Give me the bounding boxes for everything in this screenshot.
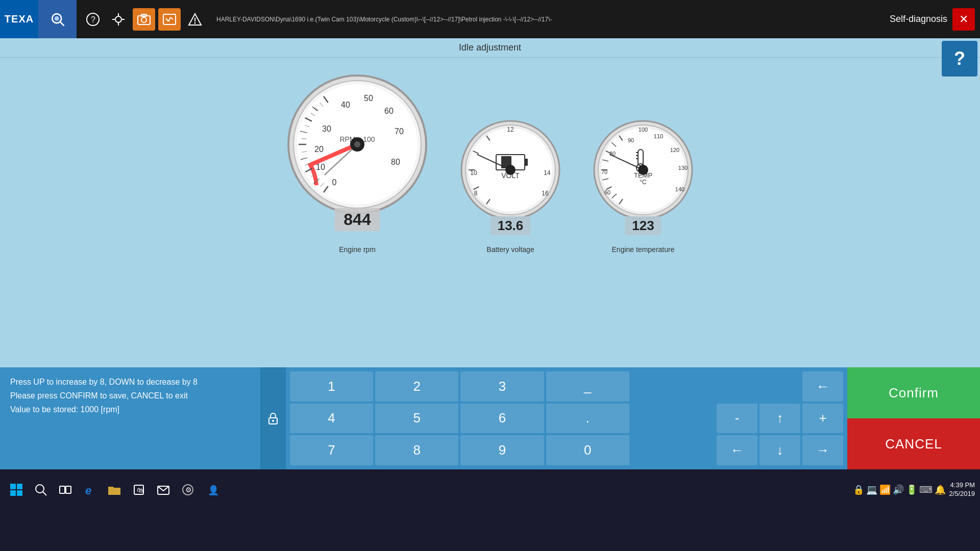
- svg-text:50: 50: [364, 94, 373, 103]
- page-title: Idle adjustment: [0, 38, 980, 58]
- search-button[interactable]: [38, 0, 77, 38]
- svg-text:70: 70: [601, 169, 607, 175]
- key-5[interactable]: 5: [375, 404, 458, 434]
- key-right[interactable]: →: [802, 435, 843, 465]
- top-icons: ?: [77, 0, 211, 38]
- svg-text:120: 120: [670, 147, 679, 153]
- key-plus[interactable]: +: [802, 404, 843, 434]
- svg-line-113: [43, 492, 46, 495]
- key-3[interactable]: 3: [460, 371, 544, 402]
- status-line2: Please press CONFIRM to save, CANCEL to …: [10, 389, 250, 403]
- key-6[interactable]: 6: [460, 404, 544, 434]
- voltage-gauge: VOLT 8 10 12 14 16: [459, 119, 561, 221]
- svg-text:40: 40: [341, 101, 350, 109]
- svg-rect-109: [17, 484, 22, 489]
- temp-value: 123: [625, 216, 661, 235]
- bottom-area: Press UP to increase by 8, DOWN to decre…: [0, 367, 980, 469]
- svg-rect-61: [525, 159, 528, 166]
- svg-text:80: 80: [391, 158, 400, 166]
- key-9[interactable]: 9: [460, 435, 544, 465]
- svg-text:130: 130: [678, 165, 688, 171]
- camera-icon-btn[interactable]: [133, 8, 155, 31]
- taskbar-mail[interactable]: [152, 479, 175, 501]
- taskbar: e 🛍 ⚙ 👤: [0, 469, 980, 510]
- svg-text:12: 12: [507, 126, 514, 133]
- svg-text:e: e: [85, 484, 91, 496]
- voltage-label: Battery voltage: [486, 245, 534, 254]
- help-icon-btn[interactable]: ?: [82, 8, 104, 31]
- keypad: 1 2 3 _ ← 4 5 6 . - ↑ + 7 8 9 0 ← ↓: [286, 367, 847, 469]
- svg-rect-114: [60, 486, 65, 493]
- taskbar-ie[interactable]: e: [79, 479, 101, 501]
- temp-label: Engine temperature: [612, 245, 675, 254]
- taskbar-store[interactable]: 🛍: [128, 479, 150, 501]
- svg-point-5: [115, 16, 121, 22]
- svg-point-1: [54, 16, 59, 20]
- rpm-gauge-wrapper: 0 10 20 30 40 50 60 70 80 RPM x 100: [286, 73, 429, 254]
- svg-line-16: [170, 17, 173, 19]
- svg-text:0: 0: [332, 178, 337, 187]
- svg-text:30: 30: [322, 124, 331, 133]
- taskbar-app7[interactable]: ⚙: [177, 479, 199, 501]
- svg-text:140: 140: [675, 186, 684, 192]
- status-line1: Press UP to increase by 8, DOWN to decre…: [10, 375, 250, 389]
- key-8[interactable]: 8: [375, 435, 458, 465]
- topbar-right: Self-diagnosis ✕: [890, 0, 980, 38]
- action-buttons: Confirm CANCEL: [847, 367, 980, 469]
- key-dot[interactable]: .: [546, 404, 629, 434]
- svg-text:16: 16: [542, 190, 549, 197]
- svg-rect-108: [10, 484, 16, 489]
- svg-text:70: 70: [395, 127, 404, 136]
- svg-text:?: ?: [91, 15, 95, 24]
- svg-point-75: [505, 165, 516, 175]
- taskbar-search[interactable]: [30, 479, 52, 501]
- self-diagnosis-label: Self-diagnosis: [890, 14, 947, 24]
- texa-logo: TEXA: [0, 0, 38, 38]
- taskbar-clock: 4:39 PM 2/5/2019: [949, 481, 975, 498]
- key-down[interactable]: ↓: [760, 435, 800, 465]
- status-line3: Value to be stored: 1000 [rpm]: [10, 403, 250, 416]
- rpm-gauge: 0 10 20 30 40 50 60 70 80 RPM x 100: [286, 73, 429, 216]
- svg-text:14: 14: [544, 169, 551, 177]
- taskbar-app8[interactable]: 👤: [201, 479, 224, 501]
- rpm-value: 844: [334, 208, 380, 231]
- svg-text:👤: 👤: [208, 485, 219, 496]
- svg-text:60: 60: [384, 107, 394, 115]
- key-empty-r2: [631, 404, 715, 434]
- key-4[interactable]: 4: [290, 404, 373, 434]
- key-left[interactable]: ←: [717, 435, 757, 465]
- key-0[interactable]: 0: [546, 435, 629, 465]
- cancel-button[interactable]: CANCEL: [847, 418, 980, 469]
- close-button[interactable]: ✕: [952, 8, 975, 31]
- svg-text:90: 90: [628, 137, 634, 143]
- warning-icon-btn[interactable]: [184, 8, 206, 31]
- key-backspace[interactable]: ←: [802, 371, 843, 402]
- svg-text:110: 110: [654, 133, 663, 139]
- key-empty-r3: [631, 435, 715, 465]
- key-underscore[interactable]: _: [546, 371, 629, 402]
- svg-point-105: [638, 165, 648, 175]
- taskbar-taskview[interactable]: [54, 479, 77, 501]
- key-up[interactable]: ↑: [760, 404, 800, 434]
- svg-point-112: [36, 485, 44, 493]
- svg-rect-115: [66, 486, 71, 493]
- svg-line-15: [168, 17, 170, 21]
- key-empty-r1c: [760, 371, 800, 402]
- key-2[interactable]: 2: [375, 371, 458, 402]
- voltage-value: 13.6: [491, 216, 531, 235]
- svg-text:10: 10: [470, 169, 477, 177]
- diag-icon-btn[interactable]: [158, 8, 181, 31]
- key-1[interactable]: 1: [290, 371, 373, 402]
- settings-icon-btn[interactable]: [107, 8, 130, 31]
- confirm-button[interactable]: Confirm: [847, 367, 980, 418]
- taskbar-systray: 🔒 💻 📶 🔊 🔋 ⌨ 🔔: [853, 484, 946, 495]
- help-button[interactable]: ?: [942, 41, 977, 77]
- taskbar-folder[interactable]: [103, 479, 126, 501]
- key-minus[interactable]: -: [717, 404, 757, 434]
- start-button[interactable]: [5, 479, 28, 501]
- key-7[interactable]: 7: [290, 435, 373, 465]
- lock-icon[interactable]: [260, 367, 286, 469]
- temp-gauge: TEMP °C: [592, 119, 694, 221]
- svg-text:🛍: 🛍: [137, 486, 143, 494]
- gauges-area: 0 10 20 30 40 50 60 70 80 RPM x 100: [0, 58, 980, 264]
